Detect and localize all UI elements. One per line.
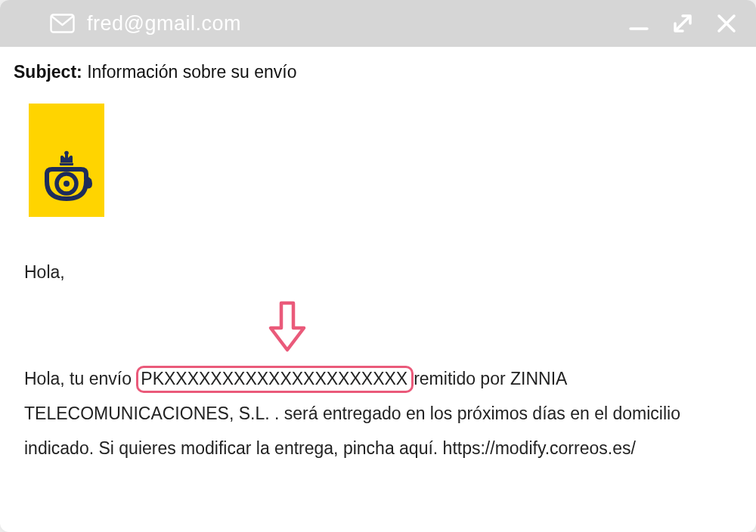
arrow-down-icon — [267, 301, 308, 354]
subject-text: Información sobre su envío — [87, 62, 296, 82]
envelope-icon — [50, 14, 75, 33]
svg-point-8 — [64, 181, 70, 187]
svg-rect-6 — [60, 163, 73, 166]
window-header: fred@gmail.com — [0, 0, 756, 47]
body-pre: Hola, tu envío — [24, 369, 132, 388]
arrow-annotation — [267, 301, 735, 357]
tracking-number: PKXXXXXXXXXXXXXXXXXXXXX — [136, 366, 414, 393]
subject-line: Subject: Información sobre su envío — [14, 62, 735, 82]
minimize-icon[interactable] — [627, 12, 650, 35]
email-window: fred@gmail.com — [0, 0, 756, 532]
subject-label: Subject: — [14, 62, 82, 82]
header-left: fred@gmail.com — [50, 12, 241, 36]
maximize-icon[interactable] — [671, 12, 694, 35]
close-icon[interactable] — [715, 12, 738, 35]
window-controls — [627, 12, 738, 35]
svg-line-2 — [676, 17, 689, 30]
correos-logo — [29, 104, 104, 217]
from-address: fred@gmail.com — [87, 12, 241, 36]
correos-horn-icon — [39, 149, 94, 203]
email-content: Subject: Información sobre su envío — [0, 47, 756, 488]
email-body: Hola, tu envío PKXXXXXXXXXXXXXXXXXXXXXre… — [24, 361, 735, 466]
greeting-text: Hola, — [24, 262, 735, 283]
